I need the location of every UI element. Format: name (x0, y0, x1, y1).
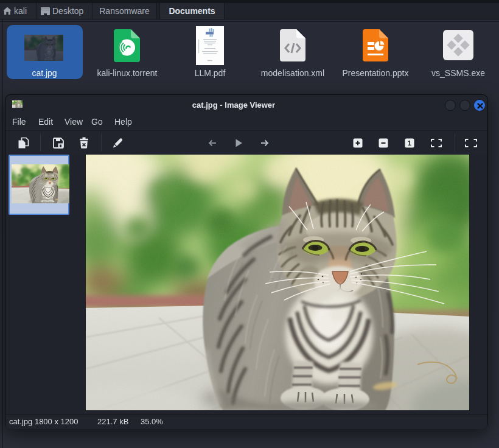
svg-text:1: 1 (408, 139, 412, 147)
